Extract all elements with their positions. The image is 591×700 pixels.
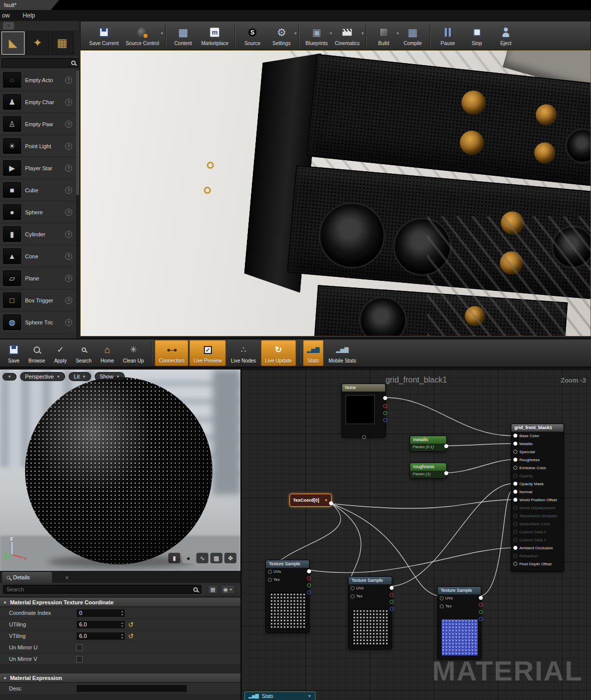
live-preview-toggle[interactable]: ✓Live Preview xyxy=(189,340,226,366)
spinner-arrows-icon[interactable]: ▲▼ xyxy=(121,621,124,628)
chevron-down-icon[interactable]: ▼ xyxy=(324,498,328,503)
level-viewport[interactable] xyxy=(80,50,591,336)
unmirror-v-checkbox[interactable] xyxy=(76,656,83,662)
section-header-texture-coordinate[interactable]: ▲Material Expression Texture Coordinate xyxy=(0,598,240,607)
material-pin-normal[interactable]: Normal xyxy=(511,488,563,496)
mobile-stats-toggle[interactable]: ▂▅▇Mobile Stats xyxy=(325,340,360,366)
material-pin-emissive-color[interactable]: Emissive Color xyxy=(511,464,563,472)
marketplace-button[interactable]: mMarketplace xyxy=(198,22,232,49)
mode-tab-geometry[interactable]: ▦ xyxy=(51,32,74,55)
cylinder-preview-button[interactable]: ▮ xyxy=(168,553,180,563)
mode-tab-place[interactable]: ◣ xyxy=(2,32,25,55)
vtiling-input[interactable]: 6.0▲▼ xyxy=(76,632,125,640)
scrollbar[interactable] xyxy=(76,69,79,338)
input-pin-tex[interactable]: Tex xyxy=(268,577,279,582)
tab-stats[interactable]: ▂▅▇ Stats ▼ xyxy=(244,691,316,700)
output-pin-rgb[interactable] xyxy=(390,586,394,590)
material-pin-roughness[interactable]: Roughness xyxy=(511,456,563,464)
clean-up-button[interactable]: ✳Clean Up xyxy=(119,340,148,366)
material-pin-specular[interactable]: Specular xyxy=(511,448,563,456)
mesh-preview-button[interactable]: ✥ xyxy=(224,553,236,563)
output-pin-b[interactable] xyxy=(307,590,311,594)
output-pin-g[interactable] xyxy=(479,610,483,614)
node-texture-sample-2[interactable]: Texture Sample UVs Tex xyxy=(348,576,392,649)
list-item[interactable]: ♟Empty Char? xyxy=(0,91,76,113)
connectors-toggle[interactable]: ●–●Connectors xyxy=(155,340,188,366)
node-material-result[interactable]: grid_front_black1 Base Color Metallic Sp… xyxy=(511,424,564,572)
modes-search-input[interactable] xyxy=(2,58,79,68)
node-texture-sample-1[interactable]: Texture Sample UVs Tex xyxy=(265,560,310,633)
close-icon[interactable]: × xyxy=(65,574,69,581)
reset-to-default-icon[interactable]: ↺ xyxy=(128,621,134,628)
list-item[interactable]: ☀Point Light? xyxy=(0,135,76,157)
output-pin-b[interactable] xyxy=(383,418,387,422)
save-button[interactable]: Save xyxy=(4,340,24,366)
reset-to-default-icon[interactable]: ↺ xyxy=(128,632,134,640)
property-matrix-button[interactable]: ▦ xyxy=(208,585,218,594)
perspective-button[interactable]: Perspective▼ xyxy=(20,372,65,381)
compile-button[interactable]: ▦Compile xyxy=(398,22,427,49)
sphere-preview-button[interactable]: ● xyxy=(182,553,194,563)
node-texcoord[interactable]: TexCoord[0] ▼ xyxy=(289,494,332,507)
blueprints-button[interactable]: ▣Blueprints▾ xyxy=(302,22,331,49)
chevron-down-icon[interactable]: ▾ xyxy=(294,31,297,36)
list-item[interactable]: ◌Empty Acto? xyxy=(0,69,76,91)
output-pin-r[interactable] xyxy=(390,593,394,597)
list-item[interactable]: ♙Empty Paw? xyxy=(0,113,76,135)
list-item[interactable]: ●Sphere? xyxy=(0,201,76,223)
menu-item-window[interactable]: ow xyxy=(2,12,10,19)
live-update-toggle[interactable]: ↻Live Update xyxy=(261,340,296,366)
pause-button[interactable]: Pause xyxy=(433,22,462,49)
list-item[interactable]: ■Cube? xyxy=(0,179,76,201)
output-pin-r[interactable] xyxy=(479,603,483,607)
show-button[interactable]: Show▼ xyxy=(95,372,125,381)
unmirror-u-checkbox[interactable] xyxy=(76,644,83,651)
utiling-input[interactable]: 6.0▲▼ xyxy=(76,620,125,629)
output-pin[interactable] xyxy=(444,471,448,475)
material-pin-base-color[interactable]: Base Color xyxy=(511,432,563,440)
output-pin-rgb[interactable] xyxy=(479,596,483,600)
live-nodes-toggle[interactable]: ∴Live Nodes xyxy=(227,340,260,366)
plane-preview-button[interactable]: ∿ xyxy=(196,553,208,563)
chevron-down-icon[interactable]: ▼ xyxy=(308,694,312,698)
spinner-arrows-icon[interactable]: ▲▼ xyxy=(121,633,124,640)
output-pin-r[interactable] xyxy=(307,576,311,580)
apply-button[interactable]: ✓Apply xyxy=(50,340,71,366)
tab-details[interactable]: Details xyxy=(2,572,52,583)
list-item[interactable]: □Box Trigger? xyxy=(0,289,76,311)
input-pin-uvs[interactable]: UVs xyxy=(440,596,453,600)
list-item[interactable]: ◍Sphere Tric? xyxy=(0,311,76,333)
source-control-button[interactable]: Source Control▾ xyxy=(122,22,163,49)
input-pin-uvs[interactable]: UVs xyxy=(268,569,281,574)
lit-mode-button[interactable]: Lit▼ xyxy=(69,372,91,381)
list-item[interactable]: ▲Cone? xyxy=(0,245,76,267)
output-pin-g[interactable] xyxy=(307,583,311,587)
output-pin-rgb[interactable] xyxy=(307,569,311,573)
spinner-arrows-icon[interactable]: ▲▼ xyxy=(121,610,124,617)
input-pin-tex[interactable]: Tex xyxy=(351,594,362,598)
scrollbar-thumb[interactable] xyxy=(76,70,79,195)
menu-item-help[interactable]: Help xyxy=(23,12,35,19)
material-pin-pixel-depth-offset[interactable]: Pixel Depth Offset xyxy=(511,560,563,568)
input-pin-uvs[interactable]: UVs xyxy=(351,586,364,590)
output-pin-g[interactable] xyxy=(383,411,387,415)
list-item[interactable]: ▱Plane? xyxy=(0,267,76,289)
cinematics-button[interactable]: Cinematics▾ xyxy=(332,22,363,49)
content-button[interactable]: ▦Content xyxy=(169,22,198,49)
material-preview-viewport[interactable]: ▼ Perspective▼ Lit▼ Show▼ ▮ ● ∿ ▦ ✥ Z Y … xyxy=(0,370,241,571)
settings-button[interactable]: ⚙Settings▾ xyxy=(267,22,296,49)
chevron-down-icon[interactable]: ▾ xyxy=(161,31,163,36)
search-button[interactable]: Search xyxy=(72,340,96,366)
source-button[interactable]: SSource xyxy=(238,22,267,49)
node-texture-sample-3[interactable]: Texture Sample UVs Tex xyxy=(437,586,481,659)
output-pin-rgb[interactable] xyxy=(383,396,387,400)
chevron-down-icon[interactable]: ▾ xyxy=(362,31,364,36)
output-pin[interactable] xyxy=(444,444,448,448)
window-tab[interactable]: fault* xyxy=(0,0,59,10)
material-pin-opacity-mask[interactable]: Opacity Mask xyxy=(511,480,563,488)
material-pin-metallic[interactable]: Metallic xyxy=(511,440,563,448)
mode-tab-foliage[interactable]: ✦ xyxy=(26,32,49,55)
material-pin-world-position-offset[interactable]: World Position Offset xyxy=(511,496,563,504)
node-roughness-param[interactable]: roughness Param (1) xyxy=(410,463,447,479)
output-pin-r[interactable] xyxy=(383,404,387,408)
